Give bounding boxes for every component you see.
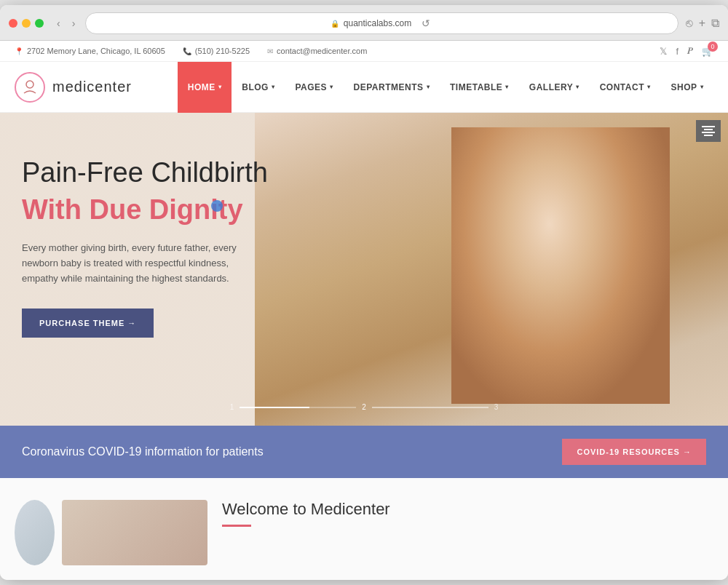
nav-blog[interactable]: BLOG ▾ xyxy=(232,62,285,113)
top-info-bar: 📍 2702 Memory Lane, Chicago, IL 60605 📞 … xyxy=(0,41,728,62)
settings-line-4 xyxy=(704,135,713,136)
purchase-theme-label: PURCHASE THEME → xyxy=(39,319,136,327)
nav-contact-arrow: ▾ xyxy=(647,84,651,90)
svg-point-0 xyxy=(26,81,33,88)
nav-pages-label: PAGES xyxy=(295,82,327,92)
cart-wrap: 🛒 0 xyxy=(702,46,713,57)
settings-line-2 xyxy=(704,129,713,130)
nav-timetable[interactable]: TIMETABLE ▾ xyxy=(440,62,519,113)
browser-chrome: ‹ › 🔒 quanticalabs.com ↺ ⎋ + ⧉ xyxy=(0,5,728,41)
slider-num-2[interactable]: 2 xyxy=(362,403,366,411)
minimize-dot[interactable] xyxy=(22,19,31,28)
logo-icon xyxy=(15,72,45,103)
slider-num-3[interactable]: 3 xyxy=(494,403,499,411)
hero-title-line1: Pain-Free Childbirth xyxy=(22,156,298,190)
browser-dots xyxy=(9,19,44,28)
nav-shop-label: SHOP xyxy=(670,82,697,92)
slider-num-1[interactable]: 1 xyxy=(230,403,234,411)
nav-blog-arrow: ▾ xyxy=(272,84,275,90)
nav-shop-arrow: ▾ xyxy=(700,84,704,90)
welcome-title: Welcome to Medicenter xyxy=(222,500,713,519)
nav-gallery[interactable]: GALLERY ▾ xyxy=(519,62,590,113)
email-text: contact@medicenter.com xyxy=(277,47,367,55)
covid-bar: Coronavirus COVID-19 information for pat… xyxy=(0,426,728,478)
location-icon: 📍 xyxy=(15,47,23,55)
tabs-button[interactable]: ⧉ xyxy=(711,17,719,30)
nav-gallery-arrow: ▾ xyxy=(576,84,579,90)
reload-button[interactable]: ↺ xyxy=(419,16,433,31)
nav-shop[interactable]: SHOP ▾ xyxy=(660,62,713,113)
nav-departments-label: DEPARTMENTS xyxy=(354,82,424,92)
nav-departments[interactable]: DEPARTMENTS ▾ xyxy=(344,62,440,113)
pinterest-button[interactable]: 𝑷 xyxy=(687,45,693,57)
main-nav: medicenter HOME ▾ BLOG ▾ PAGES ▾ DEPARTM… xyxy=(0,62,728,113)
slider-dots: 1 2 3 xyxy=(0,403,728,411)
browser-controls: ‹ › xyxy=(54,16,78,31)
address-bar[interactable]: 🔒 quanticalabs.com ↺ xyxy=(85,12,678,34)
welcome-thumb-circle xyxy=(15,500,55,565)
cart-badge: 0 xyxy=(708,41,718,52)
phone-text: (510) 210-5225 xyxy=(195,47,250,55)
nav-blog-label: BLOG xyxy=(242,82,269,92)
welcome-underline xyxy=(222,525,251,527)
slider-line-fill xyxy=(240,407,309,408)
welcome-content: Welcome to Medicenter xyxy=(222,500,713,565)
welcome-section: Welcome to Medicenter xyxy=(0,478,728,580)
hero-description: Every mother giving birth, every future … xyxy=(22,241,240,286)
phone-icon: 📞 xyxy=(183,47,191,55)
logo[interactable]: medicenter xyxy=(15,72,132,103)
forward-button[interactable]: › xyxy=(69,16,79,31)
covid-text: Coronavirus COVID-19 information for pat… xyxy=(22,445,264,458)
settings-line-3 xyxy=(702,132,715,133)
hero-section: Pain-Free Childbirth With Due Dignity Ev… xyxy=(0,113,728,426)
lock-icon: 🔒 xyxy=(331,20,339,28)
blue-dot xyxy=(211,200,223,212)
slider-line xyxy=(240,407,356,408)
nav-items: HOME ▾ BLOG ▾ PAGES ▾ DEPARTMENTS ▾ TIME… xyxy=(178,62,713,113)
url-text: quanticalabs.com xyxy=(344,18,411,28)
close-dot[interactable] xyxy=(9,19,17,28)
nav-pages-arrow: ▾ xyxy=(330,84,333,90)
nav-timetable-arrow: ▾ xyxy=(505,84,509,90)
slider-settings-button[interactable] xyxy=(696,120,721,142)
covid-resources-button[interactable]: COVID-19 RESOURCES → xyxy=(562,439,706,465)
slider-line-2 xyxy=(372,407,488,408)
address-item: 📍 2702 Memory Lane, Chicago, IL 60605 xyxy=(15,47,165,55)
nav-home[interactable]: HOME ▾ xyxy=(178,62,232,113)
browser-window: ‹ › 🔒 quanticalabs.com ↺ ⎋ + ⧉ 📍 2702 Me… xyxy=(0,5,728,580)
email-icon: ✉ xyxy=(267,47,273,55)
address-text: 2702 Memory Lane, Chicago, IL 60605 xyxy=(27,47,165,55)
nav-home-label: HOME xyxy=(188,82,215,92)
hero-title-line2: With Due Dignity xyxy=(22,194,298,227)
email-item: ✉ contact@medicenter.com xyxy=(267,47,367,55)
back-button[interactable]: ‹ xyxy=(54,16,63,31)
browser-actions: ⎋ + ⧉ xyxy=(686,17,719,30)
new-tab-button[interactable]: + xyxy=(699,17,705,30)
hero-content: Pain-Free Childbirth With Due Dignity Ev… xyxy=(22,156,298,338)
share-button[interactable]: ⎋ xyxy=(686,17,693,30)
purchase-theme-button[interactable]: PURCHASE THEME → xyxy=(22,309,154,338)
nav-contact[interactable]: CONTACT ▾ xyxy=(590,62,661,113)
nav-gallery-label: GALLERY xyxy=(529,82,573,92)
covid-btn-label: COVID-19 RESOURCES → xyxy=(577,447,692,456)
social-links: 𝕏 f 𝑷 🛒 0 xyxy=(660,45,713,57)
twitter-button[interactable]: 𝕏 xyxy=(660,46,667,57)
nav-departments-arrow: ▾ xyxy=(427,84,430,90)
nav-timetable-label: TIMETABLE xyxy=(450,82,502,92)
welcome-thumb-main xyxy=(62,500,207,565)
hero-person-silhouette xyxy=(451,127,670,404)
nav-pages[interactable]: PAGES ▾ xyxy=(285,62,343,113)
logo-text: medicenter xyxy=(52,79,132,95)
nav-contact-label: CONTACT xyxy=(600,82,644,92)
settings-line-1 xyxy=(702,126,715,127)
facebook-button[interactable]: f xyxy=(676,46,678,57)
maximize-dot[interactable] xyxy=(35,19,44,28)
nav-home-arrow: ▾ xyxy=(218,84,222,90)
welcome-thumbnails xyxy=(15,500,207,565)
phone-item: 📞 (510) 210-5225 xyxy=(183,47,250,55)
